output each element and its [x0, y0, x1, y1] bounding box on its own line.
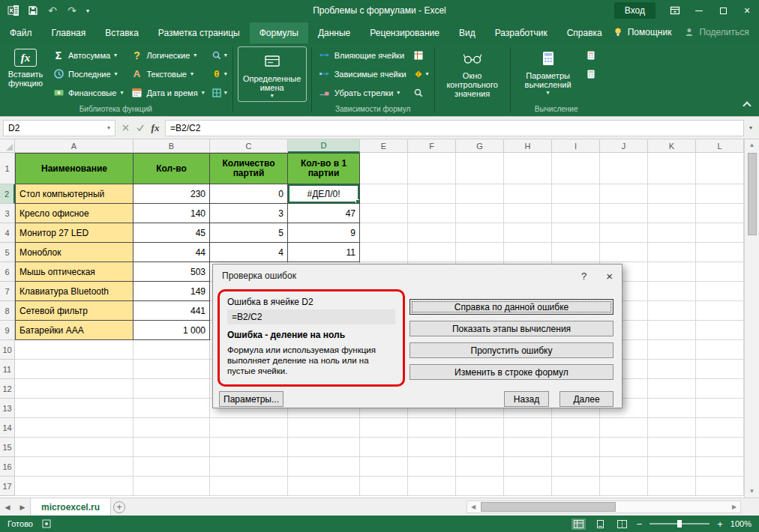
cell-H2[interactable] — [504, 184, 552, 204]
row-header-11[interactable]: 11 — [0, 360, 15, 379]
cell-H14[interactable] — [504, 418, 552, 438]
cell-D16[interactable] — [288, 457, 360, 477]
cell-F2[interactable] — [408, 184, 456, 204]
cell-J15[interactable] — [600, 438, 648, 457]
cell-K6[interactable] — [648, 262, 696, 282]
cell-E15[interactable] — [360, 438, 408, 457]
cell-A6[interactable]: Мышь оптическая — [15, 262, 134, 282]
cell-A16[interactable] — [15, 457, 134, 477]
tab-formulas[interactable]: Формулы — [250, 22, 308, 43]
row-header-6[interactable]: 6 — [0, 262, 15, 282]
error-checking-button[interactable]: ▾ — [410, 64, 431, 83]
cell-L16[interactable] — [696, 457, 744, 477]
cell-G3[interactable] — [456, 204, 504, 223]
zoom-in-icon[interactable]: + — [717, 519, 723, 530]
cell-L1[interactable] — [696, 153, 744, 184]
financial-functions-button[interactable]: Финансовые ▾ — [49, 83, 127, 102]
column-header-D[interactable]: D — [288, 139, 360, 153]
cell-F5[interactable] — [408, 243, 456, 262]
cell-K17[interactable] — [648, 477, 696, 496]
cell-C4[interactable]: 5 — [210, 223, 288, 243]
column-header-J[interactable]: J — [600, 139, 648, 153]
row-header-10[interactable]: 10 — [0, 340, 15, 360]
zoom-slider-handle[interactable] — [677, 520, 682, 528]
cell-J5[interactable] — [600, 243, 648, 262]
cell-H17[interactable] — [504, 477, 552, 496]
row-header-2[interactable]: 2 — [0, 184, 15, 204]
row-header-12[interactable]: 12 — [0, 379, 15, 399]
zoom-slider[interactable] — [650, 523, 710, 525]
cell-I16[interactable] — [552, 457, 600, 477]
cell-K5[interactable] — [648, 243, 696, 262]
cell-A5[interactable]: Моноблок — [15, 243, 134, 262]
evaluate-formula-button[interactable] — [410, 83, 431, 102]
row-header-8[interactable]: 8 — [0, 301, 15, 321]
row-header-7[interactable]: 7 — [0, 282, 15, 301]
cell-B6[interactable]: 503 — [134, 262, 210, 282]
cell-E4[interactable] — [360, 223, 408, 243]
cell-K4[interactable] — [648, 223, 696, 243]
dialog-help-icon[interactable]: ? — [581, 270, 586, 282]
cell-G1[interactable] — [456, 153, 504, 184]
tab-developer[interactable]: Разработчик — [485, 22, 557, 43]
cell-L7[interactable] — [696, 282, 744, 301]
formula-input[interactable]: =B2/C2 — [165, 120, 744, 136]
cell-C2[interactable]: 0 — [210, 184, 288, 204]
sheet-tab-microexcel[interactable]: microexcel.ru — [30, 498, 111, 516]
cell-L3[interactable] — [696, 204, 744, 223]
cell-B9[interactable]: 1 000 — [134, 321, 210, 340]
cell-A12[interactable] — [15, 379, 134, 399]
tab-help[interactable]: Справка — [557, 22, 612, 43]
logical-functions-button[interactable]: ? Логические ▾ — [127, 46, 208, 64]
row-header-14[interactable]: 14 — [0, 418, 15, 438]
zoom-level[interactable]: 100% — [730, 519, 752, 528]
cell-J3[interactable] — [600, 204, 648, 223]
cell-D2[interactable]: #ДЕЛ/0! — [288, 184, 360, 204]
cell-B2[interactable]: 230 — [134, 184, 210, 204]
show-calculation-steps-button[interactable]: Показать этапы вычисления — [410, 321, 614, 336]
cell-A15[interactable] — [15, 438, 134, 457]
cell-A10[interactable] — [15, 340, 134, 360]
cell-D5[interactable]: 11 — [288, 243, 360, 262]
tab-review[interactable]: Рецензирование — [360, 22, 449, 43]
cell-K13[interactable] — [648, 399, 696, 418]
column-header-K[interactable]: K — [648, 139, 696, 153]
cell-I4[interactable] — [552, 223, 600, 243]
row-header-5[interactable]: 5 — [0, 243, 15, 262]
cell-A7[interactable]: Клавиатура Bluetooth — [15, 282, 134, 301]
horizontal-scrollbar[interactable]: ◀ ▶ — [466, 501, 741, 513]
date-time-functions-button[interactable]: Дата и время ▾ — [127, 83, 208, 102]
cell-L12[interactable] — [696, 379, 744, 399]
defined-names-button[interactable]: Определенные имена ▾ — [238, 46, 307, 102]
next-button[interactable]: Далее — [560, 391, 614, 407]
cell-A13[interactable] — [15, 399, 134, 418]
column-header-G[interactable]: G — [456, 139, 504, 153]
assistant-button[interactable]: Помощник — [612, 26, 672, 38]
page-break-view-icon[interactable] — [615, 519, 629, 530]
cell-E17[interactable] — [360, 477, 408, 496]
math-trig-button[interactable]: θ ▾ — [208, 64, 230, 83]
cell-I2[interactable] — [552, 184, 600, 204]
cell-L13[interactable] — [696, 399, 744, 418]
cell-H16[interactable] — [504, 457, 552, 477]
cell-F4[interactable] — [408, 223, 456, 243]
column-header-A[interactable]: A — [15, 139, 134, 153]
save-icon[interactable] — [24, 1, 42, 19]
cell-H5[interactable] — [504, 243, 552, 262]
scroll-up-icon[interactable]: ▲ — [749, 139, 755, 151]
row-header-15[interactable]: 15 — [0, 438, 15, 457]
row-header-13[interactable]: 13 — [0, 399, 15, 418]
cell-L9[interactable] — [696, 321, 744, 340]
cell-A9[interactable]: Батарейки ААА — [15, 321, 134, 340]
cell-I14[interactable] — [552, 418, 600, 438]
cell-E5[interactable] — [360, 243, 408, 262]
sign-in-button[interactable]: Вход — [614, 2, 656, 19]
cell-L4[interactable] — [696, 223, 744, 243]
hscroll-left-icon[interactable]: ◀ — [467, 504, 479, 510]
sheet-nav-left-icon[interactable]: ◀ — [0, 498, 15, 516]
cell-H15[interactable] — [504, 438, 552, 457]
cell-B4[interactable]: 45 — [134, 223, 210, 243]
cell-B8[interactable]: 441 — [134, 301, 210, 321]
cell-G16[interactable] — [456, 457, 504, 477]
cell-L2[interactable] — [696, 184, 744, 204]
